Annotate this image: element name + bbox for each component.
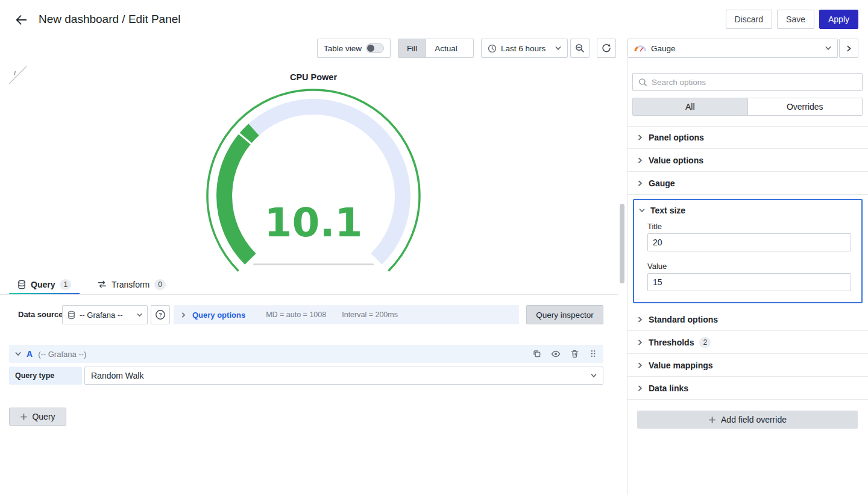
page-header: New dashboard / Edit Panel Discard Save …: [0, 0, 868, 39]
zoom-out-button[interactable]: [570, 39, 590, 58]
options-filter-tabs: All Overrides: [632, 98, 863, 116]
chevron-right-icon: [637, 157, 643, 163]
gauge-viz-icon: [634, 45, 646, 52]
visualization-name: Gauge: [651, 44, 676, 53]
header-actions: Discard Save Apply: [726, 10, 858, 29]
table-view-toggle[interactable]: Table view: [317, 39, 391, 58]
add-field-override-button[interactable]: Add field override: [637, 411, 858, 429]
options-search[interactable]: [632, 73, 863, 91]
database-icon: [17, 280, 26, 289]
time-range-picker[interactable]: Last 6 hours: [481, 39, 568, 58]
time-range-label: Last 6 hours: [501, 44, 546, 53]
apply-button[interactable]: Apply: [819, 10, 858, 29]
tab-overrides[interactable]: Overrides: [747, 98, 863, 115]
toggle-knob: [367, 45, 374, 52]
query-row-header[interactable]: A (-- Grafana --): [9, 345, 603, 363]
value-size-input[interactable]: [647, 273, 851, 291]
section-label: Gauge: [649, 178, 675, 188]
duplicate-query-icon[interactable]: [532, 349, 541, 359]
query-type-select[interactable]: Random Walk: [84, 367, 603, 385]
section-value-options[interactable]: Value options: [627, 149, 868, 172]
size-mode-segmented: Fill Actual: [398, 39, 474, 58]
query-type-label: Query type: [9, 367, 82, 385]
chevron-right-icon: [637, 180, 643, 186]
transform-icon: [98, 280, 107, 289]
refresh-icon: [602, 43, 611, 53]
tabs-divider: [0, 294, 618, 295]
tab-all[interactable]: All: [633, 98, 747, 115]
actual-button[interactable]: Actual: [426, 39, 466, 57]
tab-transform-label: Transform: [112, 280, 149, 289]
section-text-size-header[interactable]: Text size: [634, 200, 861, 215]
title-size-input[interactable]: [647, 233, 851, 251]
gauge-value: 10.1: [265, 200, 363, 246]
max-datapoints-info: MD = auto = 1008: [266, 311, 326, 319]
refresh-button[interactable]: [597, 39, 616, 58]
chevron-down-icon: [137, 312, 142, 318]
chevron-right-icon: [637, 339, 643, 345]
tab-transform[interactable]: Transform 0: [89, 274, 174, 294]
section-label: Standard options: [649, 315, 718, 324]
fill-button[interactable]: Fill: [398, 39, 426, 57]
add-query-label: Query: [32, 412, 55, 421]
chevron-down-icon: [825, 45, 831, 51]
grafana-edit-panel-page: New dashboard / Edit Panel Discard Save …: [0, 0, 868, 495]
add-query-button[interactable]: Query: [9, 408, 66, 426]
section-thresholds[interactable]: Thresholds 2: [627, 331, 868, 354]
options-search-input[interactable]: [652, 78, 857, 87]
panel-corner-info-icon[interactable]: i: [9, 66, 27, 84]
section-gauge[interactable]: Gauge: [627, 172, 868, 195]
chevron-down-icon: [555, 45, 561, 51]
query-row-actions: [532, 349, 597, 359]
query-ref-id: A: [27, 349, 33, 359]
section-value-mappings[interactable]: Value mappings: [627, 354, 868, 377]
scrollbar-thumb[interactable]: [620, 204, 624, 283]
tab-query[interactable]: Query 1: [9, 274, 80, 294]
section-data-links[interactable]: Data links: [627, 377, 868, 400]
plus-icon: [708, 416, 716, 424]
search-icon: [638, 78, 647, 87]
value-size-label: Value: [647, 262, 667, 271]
collapse-options-pane-button[interactable]: [839, 39, 858, 58]
gauge-svg: 10.1: [193, 84, 434, 289]
save-button[interactable]: Save: [777, 10, 814, 29]
section-text-size: Text size Title Value: [633, 199, 863, 303]
chevron-down-icon: [15, 351, 21, 357]
transform-count-badge: 0: [154, 279, 166, 290]
clock-icon: [488, 44, 497, 53]
datasource-value: -- Grafana --: [80, 311, 123, 320]
delete-query-icon[interactable]: [570, 349, 579, 359]
back-arrow-icon: [14, 13, 28, 27]
query-row-datasource: (-- Grafana --): [38, 350, 86, 359]
panel-resize-handle[interactable]: [253, 263, 374, 265]
datasource-label: Data source: [18, 305, 63, 324]
section-panel-options[interactable]: Panel options: [627, 126, 868, 149]
title-size-label: Title: [647, 222, 662, 231]
discard-button[interactable]: Discard: [726, 10, 772, 29]
help-icon: ?: [155, 309, 166, 320]
page-title: New dashboard / Edit Panel: [39, 0, 181, 39]
chevron-down-icon: [639, 207, 645, 213]
section-standard-options[interactable]: Standard options: [627, 308, 868, 331]
chevron-right-icon: [637, 134, 643, 140]
thresholds-count-badge: 2: [699, 337, 711, 348]
query-inspector-button[interactable]: Query inspector: [526, 305, 603, 324]
datasource-dropdown[interactable]: -- Grafana --: [62, 305, 148, 324]
hide-query-icon[interactable]: [551, 349, 561, 359]
add-field-override-label: Add field override: [721, 415, 787, 424]
chevron-right-icon: [637, 362, 643, 368]
datasource-help-button[interactable]: ?: [151, 305, 170, 324]
plus-icon: [20, 413, 28, 421]
visualization-picker[interactable]: Gauge: [627, 39, 838, 58]
drag-handle-icon[interactable]: [589, 349, 597, 359]
section-label: Value options: [649, 156, 703, 165]
chevron-down-icon: [591, 373, 597, 379]
back-button[interactable]: [13, 12, 29, 28]
chevron-right-icon: [181, 312, 186, 318]
panel-title: CPU Power: [193, 72, 434, 82]
chevron-right-icon: [637, 317, 643, 323]
table-view-switch[interactable]: [366, 43, 384, 53]
query-options-expander[interactable]: Query options MD = auto = 1008 Interval …: [174, 305, 519, 324]
chevron-right-icon: [637, 385, 643, 391]
table-view-label: Table view: [324, 44, 362, 53]
